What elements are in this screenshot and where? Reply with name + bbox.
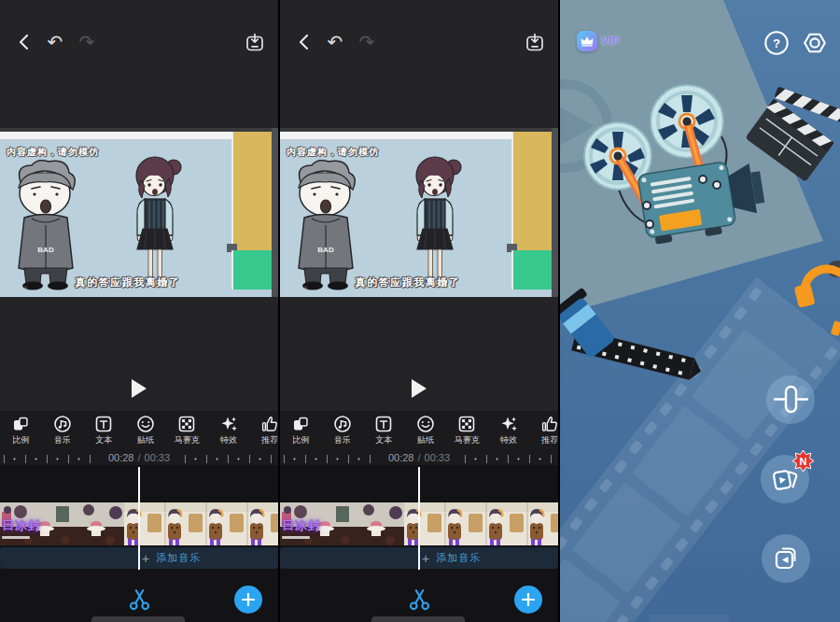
editor-top-bar: ↶ ↷ (0, 0, 278, 128)
scene-right-edge (272, 128, 278, 297)
svg-text:N: N (800, 456, 807, 467)
music-icon (53, 415, 72, 433)
tool-ratio[interactable]: 比例 (0, 411, 42, 450)
thumbs-up-icon (260, 415, 278, 433)
redo-icon: ↷ (359, 33, 375, 51)
export-button[interactable] (519, 26, 551, 58)
scissors-icon (127, 587, 152, 612)
text-icon (374, 415, 393, 433)
drawer-handle[interactable] (371, 616, 465, 622)
playhead[interactable] (418, 467, 420, 570)
plus-icon (242, 593, 255, 606)
scene-watermark: 大雄动画 (3, 285, 29, 293)
drawer-handle[interactable] (91, 616, 185, 622)
timeline-ruler[interactable]: 00:28/00:33 (280, 450, 558, 465)
svg-text:BAD: BAD (37, 246, 54, 254)
redo-button[interactable]: ↷ (351, 26, 383, 58)
scissors-icon (407, 587, 432, 612)
back-button[interactable] (287, 26, 319, 58)
undo-button[interactable]: ↶ (319, 26, 351, 58)
cartoon-man: BAD (13, 158, 78, 290)
editor-top-bar: ↶ ↷ (280, 0, 558, 128)
tool-recommend[interactable]: 推荐 (249, 411, 278, 450)
split-clip-button[interactable] (407, 587, 432, 612)
tool-text[interactable]: 文本 (83, 411, 125, 450)
app-window: ↶ ↷ (0, 0, 840, 622)
scene-subtitle: 真的答应跟我离婚了 (280, 276, 536, 290)
sticker-icon (416, 415, 435, 433)
playhead[interactable] (138, 467, 140, 570)
new-badge: N (791, 449, 815, 473)
music-icon (333, 415, 352, 433)
help-button[interactable]: ? (763, 29, 791, 57)
play-icon (132, 379, 147, 398)
clip-caption: 日冰封 (282, 517, 321, 539)
tool-music[interactable]: 音乐 (42, 411, 84, 450)
export-icon (525, 33, 544, 51)
play-button[interactable] (125, 376, 153, 401)
editor-screen-2: ↶ ↷ (280, 0, 558, 622)
effects-icon (219, 415, 238, 433)
plus-icon: + (422, 552, 429, 565)
ruler-ticks-right (465, 455, 556, 463)
play-icon (412, 379, 427, 398)
timeline-zone: 日冰封 + 添加音乐 (280, 465, 558, 622)
ratio-icon (291, 415, 310, 433)
export-icon (245, 33, 264, 51)
fab-one-click-button[interactable] (766, 375, 815, 424)
tool-effects[interactable]: 特效 (488, 411, 530, 450)
tool-mosaic[interactable]: 马赛克 (166, 411, 208, 450)
svg-text:?: ? (773, 36, 780, 50)
settings-icon (801, 29, 829, 57)
ruler-ticks-left (284, 455, 373, 463)
video-preview[interactable]: BAD (280, 128, 558, 297)
video-preview[interactable]: BAD (0, 128, 278, 297)
redo-icon: ↷ (79, 33, 95, 51)
fab-album-button[interactable] (762, 534, 810, 583)
scene-ceiling (280, 132, 513, 140)
vip-badge[interactable]: VIP (577, 31, 619, 51)
text-icon (94, 415, 113, 433)
sticker-icon (136, 415, 155, 433)
mosaic-icon (457, 415, 476, 433)
scene-yellow-pillar (231, 132, 272, 250)
projector-illustration (560, 0, 840, 622)
undo-button[interactable]: ↶ (39, 26, 71, 58)
export-button[interactable] (239, 26, 271, 58)
tool-sticker[interactable]: 贴纸 (125, 411, 167, 450)
ratio-icon (11, 415, 30, 433)
plus-icon: + (142, 552, 149, 565)
svg-text:BAD: BAD (317, 246, 334, 254)
back-button[interactable] (7, 26, 39, 58)
tool-mosaic[interactable]: 马赛克 (446, 411, 488, 450)
split-clip-button[interactable] (127, 587, 152, 612)
home-panel: VIP ? (560, 0, 840, 622)
timecode: 00:28/00:33 (108, 452, 170, 463)
settings-button[interactable] (801, 29, 829, 57)
ruler-ticks-right (185, 455, 276, 463)
preview-surround (280, 297, 558, 411)
tool-effects[interactable]: 特效 (208, 411, 250, 450)
cartoon-woman (130, 156, 184, 294)
tool-recommend[interactable]: 推荐 (529, 411, 558, 450)
tool-music[interactable]: 音乐 (322, 411, 364, 450)
scene-disclaimer-caption: 内容虚构，请勿模仿 (287, 146, 379, 159)
redo-button[interactable]: ↷ (71, 26, 103, 58)
undo-icon: ↶ (48, 33, 63, 51)
vip-label: VIP (601, 35, 619, 48)
tool-sticker[interactable]: 贴纸 (405, 411, 447, 450)
tool-ratio[interactable]: 比例 (280, 411, 322, 450)
fab-templates-button[interactable]: N (761, 455, 809, 503)
cartoon-woman (410, 156, 464, 294)
timeline-ruler[interactable]: 00:28/00:33 (0, 450, 278, 465)
thumbs-up-icon (540, 415, 558, 433)
back-chevron-icon (296, 34, 311, 50)
play-button[interactable] (405, 376, 433, 401)
add-clip-button[interactable] (514, 586, 542, 614)
help-icon: ? (763, 29, 791, 57)
editor-screen-1: ↶ ↷ (0, 0, 278, 622)
editing-toolbar: 比例 音乐 文本 (280, 411, 558, 450)
add-clip-button[interactable] (234, 586, 262, 614)
tool-text[interactable]: 文本 (363, 411, 405, 450)
ruler-ticks-left (4, 455, 93, 463)
